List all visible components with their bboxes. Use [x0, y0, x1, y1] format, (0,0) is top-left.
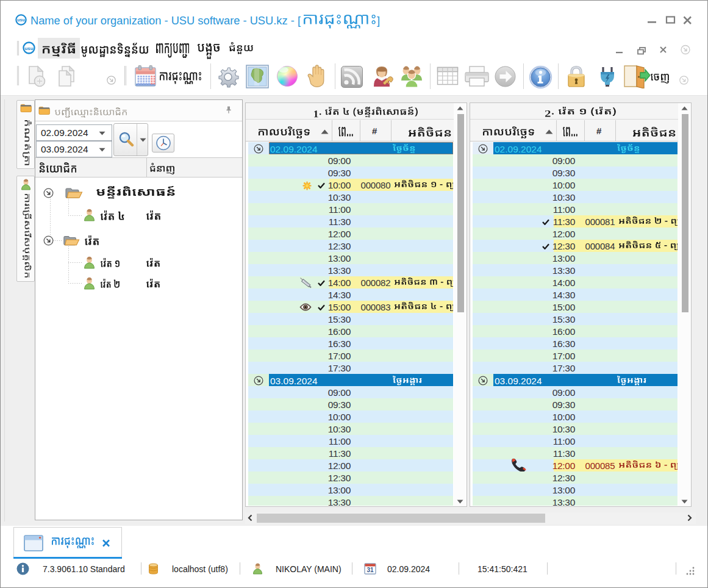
svg-text:usu: usu [25, 46, 34, 51]
svg-text:usu: usu [17, 18, 25, 23]
svg-text:31: 31 [367, 567, 374, 573]
